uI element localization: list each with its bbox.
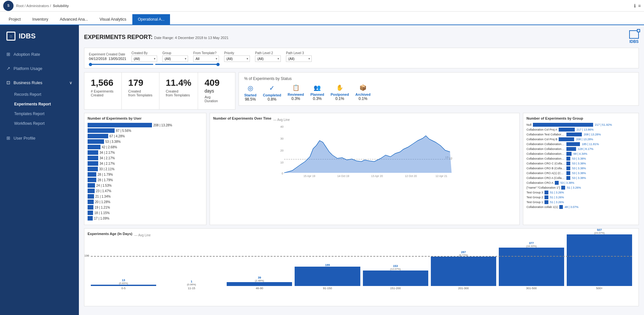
planned-icon: 👥 bbox=[314, 84, 321, 91]
svg-text:12 Oct 20: 12 Oct 20 bbox=[405, 174, 417, 178]
group-bar bbox=[566, 147, 576, 151]
filter-pl3-select[interactable]: (All) bbox=[286, 55, 312, 62]
filter-pl2-select-wrap: (All) bbox=[255, 55, 281, 62]
user-bar-label: 17 | 1.09% bbox=[94, 217, 109, 220]
user-bar-label: 33 | 2.11% bbox=[99, 167, 115, 171]
filter-group: Group (All) bbox=[162, 51, 188, 62]
filter-pl3-label: Path Level 3 bbox=[286, 51, 312, 55]
age-bars-row: 13 (0.83%) 0-5 1 (0.06%) 11-15 39 (2.49%… bbox=[91, 238, 632, 296]
breadcrumb-root[interactable]: Root / Administrators / bbox=[16, 4, 51, 8]
sidebar-item-adoption-rate[interactable]: ⊞ Adoption Rate bbox=[0, 47, 79, 61]
age-bar-pct: (2.49%) bbox=[255, 279, 264, 282]
filter-group-select[interactable]: (All) bbox=[162, 55, 188, 62]
postponed-name: Postponed bbox=[331, 93, 349, 96]
sidebar-item-business-rules[interactable]: ⊡ Business Rules ∨ bbox=[0, 75, 79, 90]
filter-template-select-wrap: All bbox=[193, 55, 219, 62]
filter-createdby-select[interactable]: (All) bbox=[131, 55, 157, 62]
planned-name: Planned bbox=[310, 93, 324, 96]
user-bar bbox=[88, 178, 96, 182]
filter-template-select[interactable]: All bbox=[193, 55, 219, 62]
filter-pl2-select[interactable]: (All) bbox=[255, 55, 281, 62]
filter-date-to[interactable]: 13/05/2021 bbox=[109, 57, 126, 61]
age-bar-label: 500+ bbox=[596, 287, 602, 290]
filter-created-by: Created By (All) bbox=[131, 51, 157, 62]
sidebar-item-platform-usage[interactable]: ↗ Platform Usage bbox=[0, 61, 79, 75]
status-archived: 📦 Archived 0.1% bbox=[355, 84, 371, 102]
age-bar-value: 153 bbox=[393, 264, 398, 268]
idbs-brand-logo: IDBS bbox=[629, 30, 639, 44]
group-value: 51 | 3.26% bbox=[550, 201, 564, 204]
group-label: Collaboration Collaboration 1A(1) bbox=[526, 143, 565, 146]
status-planned: 👥 Planned 0.3% bbox=[310, 84, 324, 102]
group-value: 53 | 3.38% bbox=[572, 176, 586, 180]
tab-visual-analytics[interactable]: Visual Analytics bbox=[94, 14, 132, 25]
age-bar-col: 13 (0.83%) 0-5 bbox=[91, 279, 156, 290]
report-title: EXPERIMENTS REPORT: bbox=[84, 34, 153, 40]
svg-text:20: 20 bbox=[280, 149, 284, 152]
kpi-pct-from-templates: 11.4% Createdfrom Templates bbox=[159, 73, 198, 109]
age-bar-col: 507 (24.07%) 500+ bbox=[567, 228, 632, 290]
kpi-experiments-label: # ExperimentsCreated bbox=[91, 89, 115, 97]
filter-pl2-label: Path Level 2 bbox=[255, 51, 281, 55]
menu-icon[interactable]: ≡ bbox=[638, 3, 641, 8]
date-slider-row bbox=[89, 64, 634, 65]
group-label: Test Group 3 bbox=[526, 191, 543, 194]
user-bar bbox=[88, 194, 94, 199]
age-bar-label: 11-15 bbox=[188, 287, 195, 290]
completed-icon: ✓ bbox=[269, 84, 275, 92]
report-title-area: EXPERIMENTS REPORT: Date Range: 4 Decemb… bbox=[84, 34, 229, 41]
group-label: Collaboration Col Proj B bbox=[526, 138, 557, 141]
started-name: Started bbox=[244, 93, 256, 97]
business-rules-icon: ⊡ bbox=[6, 80, 10, 85]
adoption-rate-icon: ⊞ bbox=[6, 52, 10, 57]
user-bar-row: 20 | 1.28% bbox=[88, 200, 203, 204]
group-row: Collaboration Collaboration 1A(1)185 | 1… bbox=[526, 142, 635, 146]
user-bar-label: 34 | 2.17% bbox=[99, 156, 115, 160]
sidebar-item-user-profile[interactable]: ⊞ User Profile bbox=[0, 131, 79, 145]
tab-advanced-ana[interactable]: Advanced Ana... bbox=[54, 14, 93, 25]
age-avg-value: 196 bbox=[84, 254, 89, 257]
group-label: Collaboration Test Collaboration bbox=[526, 133, 565, 136]
age-bar-label: 151-200 bbox=[390, 287, 401, 290]
group-bar bbox=[561, 186, 565, 190]
user-bar-row: 67 | 4.28% bbox=[88, 134, 203, 138]
user-bar-label: 23 | 1.47% bbox=[96, 189, 111, 193]
sidebar-records-report[interactable]: Records Report bbox=[0, 90, 79, 99]
user-bar bbox=[88, 123, 152, 127]
chart-age-avg-label: --- Avg Line bbox=[134, 233, 151, 237]
status-items: ◎ Started 98.5% ✓ Completed 0.8% 📋 Revie… bbox=[244, 84, 633, 102]
age-bar-pct: (0.83%) bbox=[119, 282, 128, 285]
user-bar-row: 34 | 2.17% bbox=[88, 150, 203, 155]
kpi-experiments-created: 1,566 # ExperimentsCreated bbox=[84, 73, 122, 109]
filter-experiment-date: Experiment Created Date 04/12/2018 13/05… bbox=[89, 53, 126, 61]
filter-priority-select[interactable]: (All) bbox=[224, 55, 250, 62]
date-slider-left[interactable] bbox=[89, 64, 153, 65]
status-started: ◎ Started 98.5% bbox=[244, 84, 256, 102]
user-bar bbox=[88, 189, 95, 193]
group-bar bbox=[559, 128, 575, 132]
sidebar-experiments-report[interactable]: Experiments Report bbox=[0, 99, 79, 109]
sidebar-workflows-report[interactable]: Workflows Report bbox=[0, 119, 79, 128]
tab-inventory[interactable]: Inventory bbox=[27, 14, 53, 25]
sidebar-templates-report[interactable]: Templates Report bbox=[0, 109, 79, 119]
started-pct: 98.5% bbox=[245, 97, 256, 102]
group-label: Collaboration CRO A bbox=[526, 181, 554, 184]
tab-operational-a[interactable]: Operational A... bbox=[132, 14, 170, 25]
user-bar-row: 87 | 5.56% bbox=[88, 128, 203, 133]
kpi-avg-duration: 409 days AvgDuration bbox=[198, 73, 235, 109]
filter-date-from[interactable]: 04/12/2018 bbox=[89, 57, 107, 61]
idbs-logo-box: □ bbox=[6, 32, 15, 41]
age-bar-pct: (12.07%) bbox=[390, 268, 401, 271]
user-bar-label: 67 | 4.28% bbox=[109, 134, 125, 138]
user-bar-row: 18 | 1.15% bbox=[88, 211, 203, 215]
group-bar bbox=[566, 152, 572, 156]
group-bar bbox=[533, 123, 593, 127]
group-bar bbox=[545, 200, 548, 204]
user-bar-row: 28 | 1.79% bbox=[88, 178, 203, 182]
chart-time-svg: 40 30 20 10 0 13 15 Apr 19 14 Oct 19 13 … bbox=[213, 123, 516, 178]
user-bar bbox=[88, 150, 98, 155]
date-slider-right[interactable] bbox=[155, 64, 220, 65]
tab-project[interactable]: Project bbox=[3, 14, 26, 25]
group-label: Collaboration CRO B (Collaborati... bbox=[526, 167, 565, 170]
info-icon[interactable]: ℹ bbox=[634, 3, 636, 8]
